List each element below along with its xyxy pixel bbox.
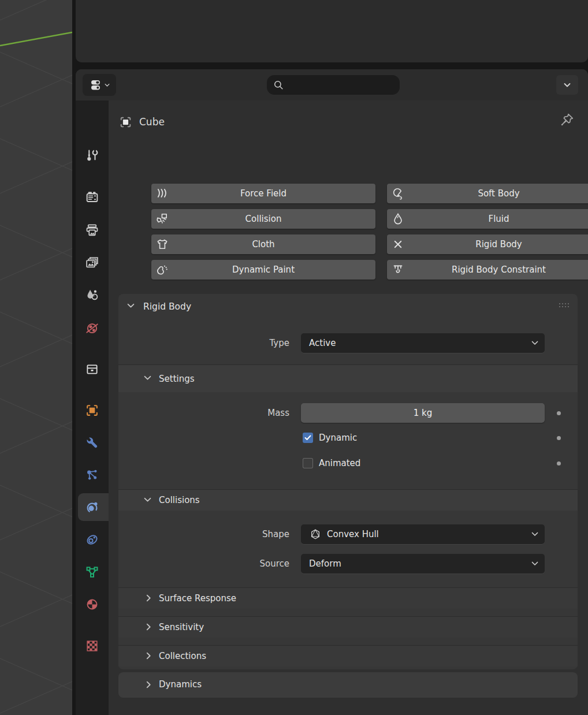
tab-texture[interactable] xyxy=(84,638,100,654)
particles-icon xyxy=(85,468,99,482)
tab-object[interactable] xyxy=(84,403,100,418)
chevron-right-icon xyxy=(146,594,154,602)
settings-section-header[interactable]: Settings xyxy=(118,364,578,392)
chevron-down-icon xyxy=(564,83,571,88)
rigid-body-constraint-button[interactable]: Rigid Body Constraint xyxy=(387,260,588,280)
tab-object-data[interactable] xyxy=(84,564,100,580)
filter-options-button[interactable] xyxy=(556,75,578,95)
tab-constraints[interactable] xyxy=(84,532,100,548)
animated-label: Animated xyxy=(319,458,434,468)
tab-render[interactable] xyxy=(84,189,100,205)
object-data-icon xyxy=(118,115,133,129)
panel-drag-handle[interactable] xyxy=(559,303,570,308)
pin-icon xyxy=(559,112,575,128)
chevron-down-icon xyxy=(531,341,538,345)
collision-button[interactable]: Collision xyxy=(151,209,375,229)
chevron-down-icon xyxy=(531,532,538,537)
material-icon xyxy=(85,597,99,612)
search-input[interactable] xyxy=(267,75,400,95)
chevron-right-icon xyxy=(146,681,154,689)
pin-button[interactable] xyxy=(559,112,575,128)
dynamics-panel-header[interactable]: Dynamics xyxy=(118,672,578,698)
type-row: Type Active xyxy=(118,333,578,353)
type-label: Type xyxy=(118,333,289,353)
tab-output[interactable] xyxy=(84,222,100,238)
chevron-down-icon xyxy=(144,497,152,505)
scene-icon xyxy=(85,288,99,302)
fluid-button[interactable]: Fluid xyxy=(387,209,588,229)
chevron-down-icon xyxy=(127,303,135,311)
chevron-down-icon xyxy=(105,83,110,87)
physics-icon xyxy=(85,500,99,515)
source-dropdown[interactable]: Deform xyxy=(301,554,545,574)
viewport-grid xyxy=(0,0,72,715)
editor-type-button[interactable] xyxy=(83,74,116,96)
shape-label: Shape xyxy=(118,524,289,544)
chevron-down-icon xyxy=(531,561,538,566)
tab-particles[interactable] xyxy=(84,467,100,483)
sensitivity-title: Sensitivity xyxy=(159,622,204,632)
rigid-body-panel: Rigid Body Type Active xyxy=(118,294,578,669)
sensitivity-section-header[interactable]: Sensitivity xyxy=(118,616,578,638)
constraint-icon xyxy=(85,532,99,547)
viewport-3d[interactable] xyxy=(0,0,72,715)
source-row: Source Deform xyxy=(118,554,578,574)
shape-value: Convex Hull xyxy=(327,529,379,539)
wrench-icon xyxy=(85,435,99,450)
mesh-data-icon xyxy=(85,565,99,579)
mass-field[interactable]: 1 kg xyxy=(301,403,545,423)
dynamic-decorator-dot[interactable] xyxy=(557,436,561,440)
outliner-area[interactable] xyxy=(76,0,588,62)
properties-tab-strip xyxy=(76,100,109,715)
mass-decorator-dot[interactable] xyxy=(557,411,561,415)
rigid-body-panel-header[interactable]: Rigid Body xyxy=(118,294,578,319)
collections-section-header[interactable]: Collections xyxy=(118,645,578,666)
collection-icon xyxy=(85,362,99,377)
collisions-section-title: Collisions xyxy=(159,495,200,505)
blender-window: Cube Force Field xyxy=(0,0,588,715)
chevron-right-icon xyxy=(146,652,154,660)
force-field-label: Force Field xyxy=(151,184,375,203)
dynamic-paint-button[interactable]: Dynamic Paint xyxy=(151,260,375,280)
source-label: Source xyxy=(118,554,289,574)
tab-view-layer[interactable] xyxy=(84,255,100,270)
rigid-body-constraint-label: Rigid Body Constraint xyxy=(387,260,588,280)
settings-section-title: Settings xyxy=(159,374,195,384)
chevron-right-icon xyxy=(146,623,154,631)
collisions-section-header[interactable]: Collisions xyxy=(118,489,578,511)
search-icon xyxy=(273,80,284,91)
soft-body-button[interactable]: Soft Body xyxy=(387,184,588,203)
tab-modifiers[interactable] xyxy=(84,435,100,450)
dynamics-panel-title: Dynamics xyxy=(159,679,202,690)
type-dropdown[interactable]: Active xyxy=(301,333,545,353)
fluid-label: Fluid xyxy=(387,209,588,229)
tab-scene[interactable] xyxy=(84,287,100,303)
shape-dropdown[interactable]: Convex Hull xyxy=(301,524,545,544)
breadcrumb: Cube xyxy=(118,113,165,131)
convex-hull-icon xyxy=(309,528,322,541)
tool-icon xyxy=(85,148,99,163)
object-icon xyxy=(85,403,99,418)
animated-row: Animated xyxy=(118,457,578,470)
type-value: Active xyxy=(309,338,336,348)
collision-label: Collision xyxy=(151,209,375,229)
collections-title: Collections xyxy=(159,651,206,661)
animated-checkbox[interactable] xyxy=(303,458,313,468)
cloth-button[interactable]: Cloth xyxy=(151,234,375,254)
texture-icon xyxy=(85,639,99,653)
tab-tool[interactable] xyxy=(84,148,100,163)
surface-response-section-header[interactable]: Surface Response xyxy=(118,587,578,609)
animated-decorator-dot[interactable] xyxy=(557,461,561,466)
tab-physics[interactable] xyxy=(84,500,100,515)
properties-content: Cube Force Field xyxy=(109,100,588,715)
properties-header xyxy=(76,69,588,100)
dynamic-checkbox[interactable] xyxy=(303,433,313,443)
mass-label: Mass xyxy=(118,403,289,423)
tab-material[interactable] xyxy=(84,597,100,612)
tab-world[interactable] xyxy=(84,321,100,336)
force-field-button[interactable]: Force Field xyxy=(151,184,375,203)
tab-collection[interactable] xyxy=(84,362,100,377)
chevron-down-icon xyxy=(144,375,152,383)
rigid-body-button[interactable]: Rigid Body xyxy=(387,234,588,254)
shape-row: Shape Convex Hull xyxy=(118,524,578,544)
